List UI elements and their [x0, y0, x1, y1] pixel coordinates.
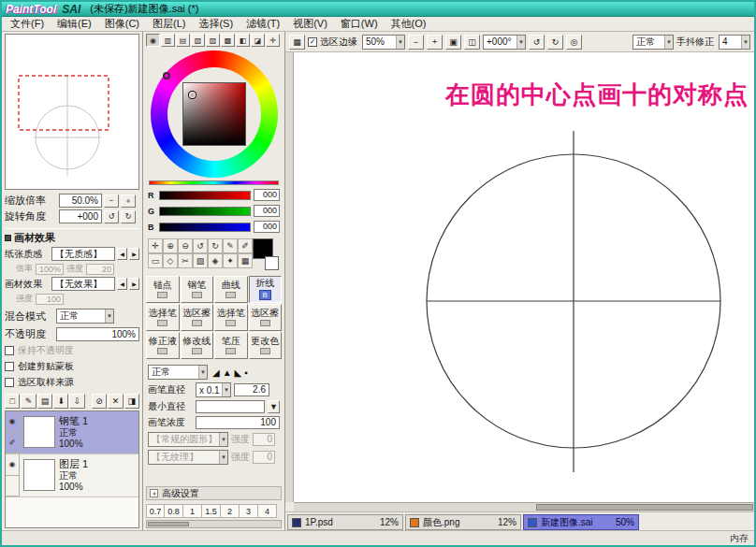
selection-edge-checkbox[interactable]: ✓ — [308, 37, 317, 47]
blue-value[interactable]: 000 — [254, 221, 280, 233]
rotate-ccw-tool-icon[interactable]: ↺ — [193, 238, 208, 253]
hue-bar[interactable] — [149, 180, 279, 185]
layer-thumbnail[interactable] — [23, 416, 55, 448]
layer-visibility-icon[interactable]: ◉ — [6, 411, 19, 433]
color-mixer-tab-icon[interactable]: ▧ — [191, 34, 205, 47]
rotation-value[interactable]: +000 — [59, 209, 102, 223]
layer-row-layer1[interactable]: ◉ 图层 1 正常 100% — [6, 454, 138, 497]
blue-slider[interactable] — [159, 223, 251, 232]
selection-display-button[interactable]: ▦ — [289, 35, 305, 50]
nav-rotate-cw-button[interactable]: ↻ — [121, 210, 136, 223]
canvas-rotate-cw-button[interactable]: ↻ — [547, 35, 563, 50]
brush-size-preset[interactable]: 1.5 — [202, 504, 221, 518]
texture-scale-value[interactable]: 100% — [36, 264, 64, 275]
brush-size-preset[interactable]: 3 — [240, 504, 258, 518]
wand-tool-icon[interactable]: ✦ — [223, 253, 238, 268]
move-tool-icon[interactable]: ✛ — [148, 238, 163, 253]
tool-pressure-button[interactable]: 笔压 — [214, 332, 248, 359]
min-diameter-dropdown-button[interactable]: ▼ — [268, 400, 280, 413]
color-wheel[interactable] — [151, 50, 278, 178]
texture-strength-value[interactable]: 0 — [253, 451, 275, 464]
menu-select[interactable]: 选择(S) — [192, 17, 240, 31]
canvas-zoom-original-button[interactable]: ◫ — [464, 35, 480, 50]
swatches-tab-icon[interactable]: ▨ — [206, 34, 220, 47]
doc-tab-1p-psd[interactable]: 1P.psd 12% — [287, 514, 403, 530]
brush-tip-icon[interactable]: ▲ — [223, 367, 232, 378]
hsv-slider-tab-icon[interactable]: ▤ — [176, 34, 190, 47]
nav-rotate-ccw-button[interactable]: ↺ — [104, 210, 119, 223]
delete-layer-button[interactable]: ✕ — [108, 394, 123, 409]
canvas-horizontal-scrollbar[interactable] — [294, 502, 754, 511]
tool-select-eraser-button[interactable]: 选区擦 — [181, 304, 214, 331]
nav-zoom-out-button[interactable]: − — [104, 194, 119, 208]
color-tab-7-icon[interactable]: ◧ — [236, 34, 250, 47]
gradient-tool-icon[interactable]: ◈ — [208, 253, 223, 268]
selection-source-checkbox[interactable] — [5, 378, 14, 387]
zoom-ratio-value[interactable]: 50.0% — [59, 194, 102, 208]
new-linework-layer-button[interactable]: ✎ — [21, 394, 36, 409]
clear-layer-button[interactable]: ⊘ — [92, 394, 107, 409]
brush-size-preset[interactable]: 4 — [258, 504, 277, 518]
canvas-zoom-out-button[interactable]: − — [408, 35, 424, 50]
brush-size-preset[interactable]: 0.7 — [146, 504, 165, 518]
transfer-down-button[interactable]: ⬇ — [53, 394, 68, 409]
effect-prev-button[interactable]: ◀ — [117, 278, 127, 290]
brush-size-preset[interactable]: 1 — [183, 504, 202, 518]
new-layer-folder-button[interactable]: ▤ — [37, 394, 52, 409]
brush-blend-combo[interactable]: 正常 ▼ — [148, 365, 208, 380]
menu-layer[interactable]: 图层(L) — [146, 17, 192, 31]
menu-image[interactable]: 图像(C) — [98, 17, 146, 31]
stabilizer-combo[interactable]: 4 ▼ — [719, 35, 750, 50]
zoom-in-tool-icon[interactable]: ⊕ — [163, 238, 178, 253]
texture-strength-value[interactable]: 20 — [86, 264, 114, 275]
brush-size-preset[interactable]: 0.8 — [165, 504, 183, 518]
canvas-zoom-fit-button[interactable]: ▣ — [445, 35, 461, 50]
doc-tab-new-image-sai[interactable]: 新建图像.sai 50% — [523, 514, 639, 530]
new-layer-button[interactable]: □ — [5, 394, 20, 409]
layer-thumbnail[interactable] — [23, 459, 55, 491]
brush-tip-icon[interactable]: ▪ — [244, 367, 248, 378]
brush-texture-combo[interactable]: 【无纹理】 ▼ — [148, 450, 228, 465]
menu-filter[interactable]: 滤镜(T) — [240, 17, 286, 31]
tool-correction-button[interactable]: 修正液 — [146, 332, 180, 359]
green-value[interactable]: 000 — [254, 205, 280, 217]
rgb-slider-tab-icon[interactable]: ▥ — [161, 34, 175, 47]
layer-visibility-icon[interactable]: ◉ — [6, 454, 19, 476]
tool-polyline-button[interactable]: 折线 B — [249, 276, 283, 303]
tool-curve-button[interactable]: 曲线 — [214, 276, 248, 303]
edit-tool-icon[interactable]: ✐ — [238, 238, 253, 253]
advanced-settings-header[interactable]: ＋ 高级设置 — [146, 486, 282, 500]
effect-strength-value[interactable]: 100 — [36, 294, 64, 305]
scratchpad-tab-icon[interactable]: ▩ — [221, 34, 235, 47]
brush-tip-icon[interactable]: ◢ — [212, 367, 220, 378]
paper-effect-combo[interactable]: 【无效果】 — [51, 277, 115, 291]
menu-window[interactable]: 窗口(W) — [334, 17, 385, 31]
brush-tip-icon[interactable]: ◣ — [235, 367, 242, 378]
color-tab-8-icon[interactable]: ◪ — [251, 34, 265, 47]
lasso-tool-icon[interactable]: ◇ — [163, 253, 178, 268]
tool-select-eraser2-button[interactable]: 选区擦 — [249, 304, 283, 331]
preserve-opacity-checkbox[interactable] — [5, 346, 14, 355]
green-slider[interactable] — [159, 207, 251, 216]
nav-zoom-in-button[interactable]: ＋ — [121, 194, 136, 208]
shape-strength-value[interactable]: 0 — [253, 433, 275, 446]
canvas-vertical-scrollbar[interactable] — [285, 52, 294, 502]
view-mode-combo[interactable]: 正常 ▼ — [632, 35, 674, 50]
menu-view[interactable]: 视图(V) — [286, 17, 334, 31]
texture-tool-icon[interactable]: ▧ — [193, 253, 208, 268]
opacity-slider[interactable]: 100% — [56, 327, 139, 341]
drawing-canvas[interactable]: 在圆的中心点画十的对称点 — [294, 52, 754, 502]
tool-select-pen-button[interactable]: 选择笔 — [146, 304, 180, 331]
red-slider[interactable] — [159, 191, 251, 200]
brush-size-preset[interactable]: 2 — [221, 504, 240, 518]
navigator-preview[interactable] — [5, 34, 139, 190]
texture-prev-button[interactable]: ◀ — [117, 248, 127, 260]
effect-next-button[interactable]: ▶ — [129, 278, 139, 290]
secondary-color-swatch[interactable] — [265, 256, 279, 270]
preset-scrollbar-thumb[interactable] — [148, 522, 189, 526]
doc-tab-color-png[interactable]: 颜色.png 12% — [405, 514, 521, 530]
panel-toggle-button[interactable]: ◨ — [124, 394, 139, 409]
titlebar[interactable]: PaintTool SAI (未保存)新建图像.sai (*) — [2, 2, 754, 17]
tool-edit-line-button[interactable]: 修改线 — [181, 332, 214, 359]
canvas-rotate-reset-button[interactable]: ◎ — [566, 35, 582, 50]
